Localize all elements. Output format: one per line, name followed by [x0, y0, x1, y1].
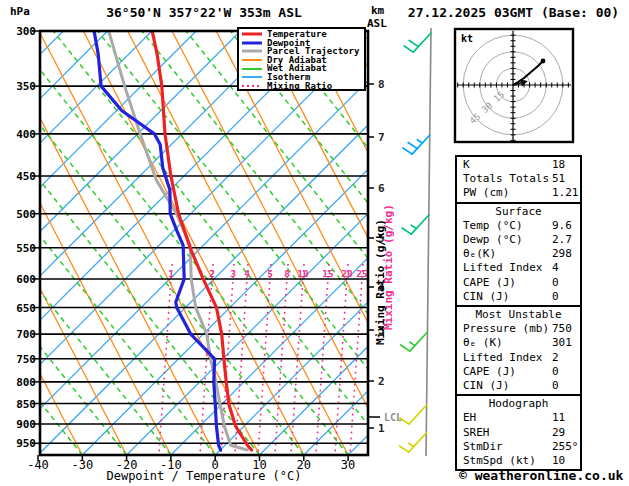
svg-text:6: 6 — [378, 182, 385, 195]
legend-label: Mixing Ratio — [267, 82, 332, 91]
table-section-header: Surface — [457, 205, 580, 219]
svg-text:Dewpoint / Temperature (°C): Dewpoint / Temperature (°C) — [106, 469, 301, 483]
table-row-label: Temp (°C) — [463, 219, 523, 232]
table-row-value: 11 — [552, 411, 565, 425]
table-row-label: EH — [463, 411, 476, 424]
table-row-label: θₑ (K) — [463, 336, 503, 349]
svg-text:Mixing Ratio (g/kg): Mixing Ratio (g/kg) — [374, 219, 387, 345]
svg-text:600: 600 — [16, 273, 36, 286]
table-row-label: Lifted Index — [463, 351, 542, 364]
legend-line-sample — [241, 82, 263, 90]
table-row-label: K — [463, 158, 470, 171]
svg-text:20: 20 — [341, 268, 353, 279]
table-section: Most UnstablePressure (mb)750θₑ (K)301Li… — [455, 305, 582, 396]
svg-text:4: 4 — [244, 268, 250, 279]
table-row-value: 1.21 — [552, 186, 579, 200]
table-section: K18Totals Totals51PW (cm)1.21 — [455, 155, 582, 204]
table-row: Pressure (mb)750 — [457, 322, 580, 336]
table-row-value: 51 — [552, 172, 565, 186]
table-row-value: 4 — [552, 261, 559, 275]
svg-text:300: 300 — [16, 25, 36, 38]
station-title: 36°50'N 357°22'W 353m ASL — [38, 5, 370, 20]
wind-barb — [400, 405, 427, 424]
svg-text:25: 25 — [356, 268, 368, 279]
legend-line-sample — [241, 47, 263, 55]
table-row: K18 — [457, 158, 580, 172]
wind-barb — [404, 33, 431, 52]
svg-text:900: 900 — [16, 418, 36, 431]
legend-line-sample — [241, 65, 263, 73]
pressure-axis: hPa3003504004505005506006507007508008509… — [10, 5, 40, 450]
table-section-header: Most Unstable — [457, 308, 580, 322]
dewpoint-trace — [94, 31, 221, 450]
table-row: Temp (°C)9.6 — [457, 219, 580, 233]
table-row: StmDir255° — [457, 440, 580, 454]
table-row-label: θₑ(K) — [463, 247, 496, 260]
credit-footer: © weatheronline.co.uk — [459, 468, 623, 483]
table-row-value: 0 — [552, 365, 559, 379]
legend-line-sample — [241, 30, 263, 38]
svg-text:-30: -30 — [71, 458, 93, 472]
table-row: Lifted Index4 — [457, 261, 580, 275]
svg-text:750: 750 — [16, 353, 36, 366]
table-row-value: 18 — [552, 158, 565, 172]
table-row-label: StmDir — [463, 440, 503, 453]
skewt-sounding-page: 12345810152025hPa30035040045050055060065… — [0, 0, 629, 486]
table-row-value: 9.6 — [552, 219, 572, 233]
svg-text:8: 8 — [378, 78, 385, 91]
table-row-value: 301 — [552, 336, 572, 350]
temperature-axis: -40-30-20-100102030Dewpoint / Temperatur… — [27, 455, 355, 483]
table-row-value: 0 — [552, 276, 559, 290]
table-row: θₑ (K)301 — [457, 336, 580, 350]
table-row: StmSpd (kt)10 — [457, 454, 580, 468]
chart-legend: TemperatureDewpointParcel TrajectoryDry … — [237, 27, 366, 91]
table-row-label: PW (cm) — [463, 186, 509, 199]
svg-text:700: 700 — [16, 328, 36, 341]
table-row-value: 255° — [552, 440, 579, 454]
hodograph: 153045kt — [455, 29, 573, 142]
svg-text:950: 950 — [16, 437, 36, 450]
wind-barb — [401, 332, 428, 351]
wind-barb — [402, 215, 429, 234]
table-row: θₑ(K)298 — [457, 247, 580, 261]
table-row-value: 0 — [552, 379, 559, 393]
svg-text:8: 8 — [284, 268, 290, 279]
table-row-label: Dewp (°C) — [463, 233, 523, 246]
svg-text:2: 2 — [378, 375, 385, 388]
svg-text:km: km — [371, 4, 385, 17]
table-row-label: CAPE (J) — [463, 276, 516, 289]
svg-text:ASL: ASL — [367, 17, 387, 30]
wind-barb — [403, 135, 430, 154]
table-row: CIN (J)0 — [457, 290, 580, 304]
table-row: Totals Totals51 — [457, 172, 580, 186]
wind-barb — [400, 433, 427, 452]
svg-text:kt: kt — [461, 33, 473, 44]
indices-table: K18Totals Totals51PW (cm)1.21SurfaceTemp… — [455, 155, 582, 471]
svg-text:3: 3 — [230, 268, 236, 279]
table-row-value: 29 — [552, 426, 565, 440]
table-row: Dewp (°C)2.7 — [457, 233, 580, 247]
svg-text:350: 350 — [16, 80, 36, 93]
table-row-label: CIN (J) — [463, 379, 509, 392]
svg-text:500: 500 — [16, 208, 36, 221]
table-row: SREH29 — [457, 426, 580, 440]
datetime-title: 27.12.2025 03GMT (Base: 00) — [398, 5, 629, 20]
table-row: CIN (J)0 — [457, 379, 580, 393]
svg-text:450: 450 — [16, 170, 36, 183]
svg-text:800: 800 — [16, 376, 36, 389]
svg-text:1: 1 — [378, 422, 385, 435]
legend-line-sample — [241, 73, 263, 81]
svg-text:2: 2 — [209, 268, 215, 279]
svg-text:1: 1 — [168, 268, 174, 279]
table-section: HodographEH11SREH29StmDir255°StmSpd (kt)… — [455, 394, 582, 471]
table-section: SurfaceTemp (°C)9.6Dewp (°C)2.7θₑ(K)298L… — [455, 202, 582, 307]
km-axis: kmASL87654321LCLMixing Ratio (g/kg)Mixin… — [367, 4, 402, 435]
svg-text:650: 650 — [16, 302, 36, 315]
legend-line-sample — [241, 39, 263, 47]
table-row-label: SREH — [463, 426, 490, 439]
svg-text:850: 850 — [16, 398, 36, 411]
svg-text:30: 30 — [341, 458, 355, 472]
svg-text:400: 400 — [16, 128, 36, 141]
table-row-value: 750 — [552, 322, 572, 336]
table-row-label: StmSpd (kt) — [463, 454, 536, 467]
